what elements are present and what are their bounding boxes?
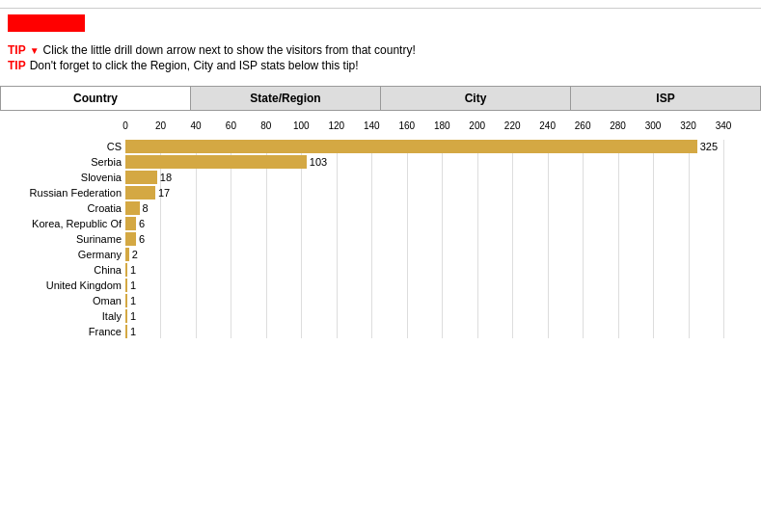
x-axis-label: 300: [645, 120, 662, 131]
bar-row: Slovenia18: [125, 171, 761, 184]
bar-row: Italy1: [125, 309, 761, 323]
bar: [125, 248, 129, 261]
tip-text: Don't forget to click the Region, City a…: [30, 59, 359, 72]
x-axis-label: 200: [469, 120, 485, 131]
x-axis-label: 160: [398, 120, 415, 131]
alert-indicator: [8, 14, 85, 32]
bar-label: France: [5, 326, 125, 337]
bar-row: China1: [125, 263, 761, 277]
tip-arrow-icon: ▼: [30, 45, 40, 56]
x-axis-label: 220: [504, 120, 521, 131]
bar-value: 1: [130, 295, 136, 306]
bar: [125, 294, 127, 307]
x-axis-label: 120: [328, 120, 344, 131]
bar-value: 1: [130, 326, 136, 337]
x-axis-label: 340: [716, 120, 732, 131]
x-axis-label: 140: [364, 120, 380, 131]
bar-label: Germany: [5, 249, 125, 260]
tab-bar: CountryState/RegionCityISP: [0, 86, 761, 111]
bar-row: CS325: [125, 140, 761, 153]
bar-label: Russian Federation: [5, 187, 125, 199]
bars-section: CS325Serbia103Slovenia18Russian Federati…: [125, 140, 761, 338]
bar: [125, 263, 127, 277]
bar-label: Oman: [5, 295, 125, 306]
tips-section: TIP▼Click the little drill down arrow ne…: [0, 38, 761, 78]
bar-row: United Kingdom1: [125, 279, 761, 292]
tab-isp[interactable]: ISP: [571, 87, 760, 110]
bar-row: Russian Federation17: [125, 186, 761, 200]
bar-label: United Kingdom: [5, 279, 125, 291]
bar: [125, 232, 136, 246]
bar-value: 2: [132, 249, 138, 260]
x-axis: 0204060801001201401601802002202402602803…: [125, 120, 723, 138]
bar: [125, 309, 127, 323]
chart-area: 0204060801001201401601802002202402602803…: [0, 111, 761, 350]
bar-row: Croatia8: [125, 201, 761, 215]
bar: [125, 217, 136, 230]
tab-country[interactable]: Country: [1, 87, 191, 110]
tip-line: TIPDon't forget to click the Region, Cit…: [8, 59, 753, 72]
bar-value: 17: [158, 187, 170, 199]
tab-city[interactable]: City: [381, 87, 571, 110]
bar-row: Oman1: [125, 294, 761, 307]
bar-row: France1: [125, 325, 761, 338]
bar-label: Slovenia: [5, 172, 125, 183]
bar-row: Suriname6: [125, 232, 761, 246]
x-axis-label: 280: [610, 120, 626, 131]
bar-value: 103: [310, 156, 327, 168]
x-axis-label: 100: [293, 120, 310, 131]
x-axis-label: 240: [539, 120, 556, 131]
x-axis-label: 260: [575, 120, 591, 131]
bar-label: Korea, Republic Of: [5, 218, 125, 229]
bar-value: 325: [700, 141, 718, 152]
x-axis-label: 320: [680, 120, 696, 131]
x-axis-label: 60: [226, 120, 236, 131]
bar-value: 1: [130, 279, 136, 291]
bar: [125, 325, 127, 338]
tip-label: TIP: [8, 59, 26, 72]
x-axis-label: 40: [190, 120, 201, 131]
bar: [125, 279, 127, 292]
bar-value: 1: [130, 264, 136, 276]
x-axis-label: 20: [155, 120, 166, 131]
bar-value: 1: [130, 310, 136, 322]
tip-line: TIP▼Click the little drill down arrow ne…: [8, 43, 753, 57]
x-axis-label: 180: [434, 120, 450, 131]
bar-row: Serbia103: [125, 155, 761, 169]
tip-label: TIP: [8, 43, 26, 57]
bar-label: Italy: [5, 310, 125, 322]
bar: [125, 201, 140, 215]
bar-label: Suriname: [5, 233, 125, 245]
bar: [125, 140, 697, 153]
bar-row: Germany2: [125, 248, 761, 261]
bar-value: 8: [143, 202, 149, 214]
bar-value: 6: [139, 233, 145, 245]
bar: [125, 171, 157, 184]
bar: [125, 186, 155, 200]
tab-state-region[interactable]: State/Region: [191, 87, 381, 110]
bar-label: Croatia: [5, 202, 125, 214]
bar-label: China: [5, 264, 125, 276]
bar-label: Serbia: [5, 156, 125, 168]
bar: [125, 155, 307, 169]
bar-value: 6: [139, 218, 145, 229]
tip-text: Click the little drill down arrow next t…: [43, 43, 416, 57]
bar-value: 18: [160, 172, 172, 183]
bar-label: CS: [5, 141, 125, 152]
x-axis-label: 80: [260, 120, 271, 131]
bar-row: Korea, Republic Of6: [125, 217, 761, 230]
x-axis-label: 0: [122, 120, 128, 131]
